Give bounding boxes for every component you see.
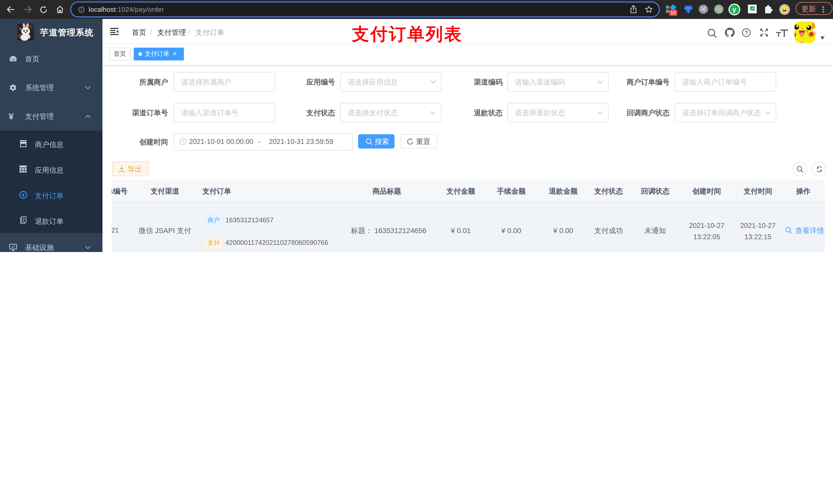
svg-text:y: y [733,6,736,13]
svg-text:⌘: ⌘ [700,6,706,13]
svg-text:?: ? [745,30,748,36]
svg-text:¥: ¥ [22,192,25,198]
